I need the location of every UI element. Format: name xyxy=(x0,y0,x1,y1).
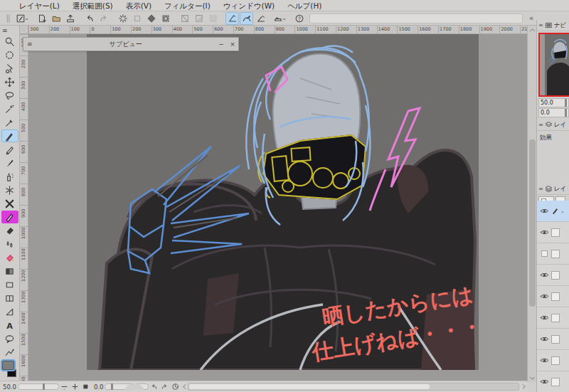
decoration-tool[interactable] xyxy=(1,184,18,196)
menu-item-4[interactable]: フィルター(I) xyxy=(158,0,217,11)
layer-visibility-eye-icon[interactable] xyxy=(538,206,550,217)
text-tool[interactable]: A xyxy=(1,319,18,332)
scroll-right-arrow[interactable] xyxy=(520,382,527,391)
figure-tool[interactable] xyxy=(1,278,18,291)
background-color-swatch[interactable] xyxy=(7,369,16,377)
vertical-scrollbar[interactable] xyxy=(527,26,536,382)
snap-off-3-button[interactable] xyxy=(206,12,220,25)
menu-item-5[interactable]: ウィンドウ(W) xyxy=(217,0,281,11)
layer-thumbnail[interactable] xyxy=(551,356,560,365)
layer-visibility-eye-icon[interactable] xyxy=(538,248,550,260)
layer-thumbnail[interactable] xyxy=(551,378,560,386)
snap-to-grid-button[interactable] xyxy=(254,12,267,25)
layer-row-8[interactable] xyxy=(537,350,569,371)
layer-row-3[interactable] xyxy=(537,243,569,265)
layer-visibility-eye-icon[interactable] xyxy=(538,334,550,345)
layer-row-5[interactable] xyxy=(537,286,569,307)
subview-menu-icon[interactable]: ≡ xyxy=(23,41,36,48)
artwork-canvas[interactable]: 晒したからには 仕上げねば・・・ xyxy=(87,34,479,370)
layer-row-6[interactable] xyxy=(537,307,569,329)
new-canvas-button[interactable] xyxy=(35,12,48,25)
selection-tool[interactable] xyxy=(1,48,18,61)
scroll-left-arrow[interactable] xyxy=(181,382,188,391)
auto-select-tool[interactable] xyxy=(1,102,18,115)
gradient-tool[interactable] xyxy=(1,265,18,277)
foreground-color-swatch[interactable] xyxy=(2,361,14,370)
help-button[interactable]: ? xyxy=(292,12,306,25)
navigator-menu-icon[interactable]: ≡ xyxy=(538,22,543,28)
subview-minimize-button[interactable]: − xyxy=(216,41,227,48)
save-file-button[interactable] xyxy=(63,12,77,25)
layer-expand-chevron[interactable]: ⌄ xyxy=(560,208,565,214)
frame-border-tool[interactable] xyxy=(1,292,18,304)
menu-item-1[interactable]: レイヤー(L) xyxy=(13,0,66,11)
snap-off-2-button[interactable] xyxy=(192,12,206,25)
layer-visibility-eye-icon[interactable] xyxy=(538,376,550,388)
layer-visibility-eye-icon[interactable] xyxy=(538,270,550,281)
zoom-in-button[interactable] xyxy=(70,382,80,391)
rotate-left-button[interactable] xyxy=(149,382,159,391)
rotate-right-button[interactable] xyxy=(159,382,170,391)
layer-visibility-eye-icon[interactable] xyxy=(538,291,550,302)
navigator-zoom-slider[interactable]: 50.0 xyxy=(538,98,569,107)
layer-thumbnail[interactable] xyxy=(551,271,560,280)
brush-tool[interactable] xyxy=(1,157,18,169)
custom-highlight-tool[interactable] xyxy=(1,211,18,223)
layer-row-9[interactable] xyxy=(537,371,569,392)
layer-property-header[interactable]: ≡ レイ xyxy=(537,120,569,131)
rotation-slider[interactable] xyxy=(105,383,149,390)
vertical-scroll-thumb[interactable] xyxy=(529,139,536,307)
move-tool[interactable] xyxy=(1,75,18,88)
selection-border-button[interactable] xyxy=(159,12,172,25)
menu-item-3[interactable]: 表示(V) xyxy=(119,0,158,11)
navigator-preview[interactable] xyxy=(538,33,569,97)
layer-row-7[interactable] xyxy=(537,329,569,350)
navigator-header[interactable]: ≡ ナビ xyxy=(537,20,569,31)
operation-tool[interactable] xyxy=(1,62,18,75)
subview-close-button[interactable]: × xyxy=(227,41,238,48)
zoom-slider[interactable] xyxy=(18,383,59,390)
material-button[interactable]: ⌄ xyxy=(273,12,287,25)
layer-visibility-eye-icon[interactable] xyxy=(538,227,550,238)
invert-selection-button[interactable] xyxy=(144,12,158,25)
line-correction-tool[interactable] xyxy=(1,346,18,359)
mixed-brush-tool[interactable] xyxy=(1,197,18,210)
tool-palette-menu-icon[interactable]: ≡ xyxy=(0,26,19,35)
subview-window[interactable]: ≡ サブビュー − × xyxy=(23,37,239,51)
layer-property-menu-icon[interactable]: ≡ xyxy=(538,122,543,128)
canvas-viewport[interactable]: 晒したからには 仕上げねば・・・ xyxy=(28,34,527,381)
layer-thumbnail[interactable] xyxy=(551,250,560,258)
blend-tool[interactable] xyxy=(1,238,18,250)
redo-button[interactable] xyxy=(97,12,110,25)
reselect-button[interactable] xyxy=(130,12,144,25)
eraser-tool[interactable] xyxy=(1,224,18,237)
layer-row-1[interactable]: ⌄ xyxy=(537,201,569,222)
fill-tool[interactable] xyxy=(1,251,18,264)
reset-view-button[interactable] xyxy=(170,382,181,391)
snap-to-ruler-button[interactable] xyxy=(225,12,239,25)
statusbar-collapse-chevron[interactable]: ^ xyxy=(63,389,66,392)
layer-thumbnail[interactable] xyxy=(551,228,560,237)
layers-menu-icon[interactable]: ≡ xyxy=(538,186,543,192)
menu-item-6[interactable]: ヘルプ(H) xyxy=(281,0,328,11)
deselect-button[interactable] xyxy=(116,12,129,25)
pen-tool[interactable] xyxy=(1,129,18,142)
zoom-tool[interactable] xyxy=(1,35,18,48)
pencil-tool[interactable] xyxy=(1,143,18,156)
layer-row-2[interactable] xyxy=(537,222,569,243)
snap-off-1-button[interactable] xyxy=(178,12,191,25)
airbrush-tool[interactable] xyxy=(1,170,18,183)
balloon-tool[interactable] xyxy=(1,332,18,345)
layer-visibility-eye-icon[interactable] xyxy=(538,312,550,324)
layer-row-4[interactable] xyxy=(537,265,569,286)
menu-item-2[interactable]: 選択範囲(S) xyxy=(66,0,119,11)
layers-panel-header[interactable]: ≡ レイ xyxy=(537,184,569,195)
horizontal-scrollbar[interactable] xyxy=(188,383,519,391)
undo-button[interactable] xyxy=(83,12,96,25)
layer-thumbnail[interactable] xyxy=(551,292,560,301)
ruler-tool[interactable] xyxy=(1,305,18,318)
current-tool-button[interactable]: ⌄ xyxy=(16,12,29,25)
open-file-button[interactable] xyxy=(49,12,63,25)
fit-to-screen-button[interactable] xyxy=(80,382,91,391)
lasso-tool[interactable] xyxy=(1,89,18,102)
